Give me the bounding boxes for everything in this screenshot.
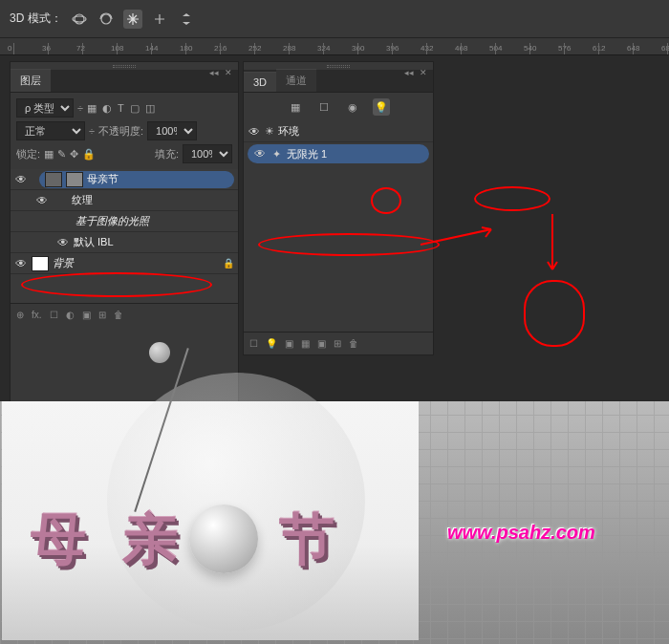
- icon[interactable]: ☐: [249, 338, 258, 349]
- layer-item-muqinjie[interactable]: 👁 母亲节: [11, 169, 238, 190]
- 3d-item-infinite-light[interactable]: 👁 ✦ 无限光 1: [248, 144, 429, 163]
- mask-icon[interactable]: ☐: [50, 310, 58, 320]
- filter-mesh-icon[interactable]: ☐: [315, 98, 333, 116]
- fill-label: 填充:: [155, 147, 179, 161]
- filter-smart-icon[interactable]: ◫: [145, 102, 155, 115]
- visibility-icon[interactable]: 👁: [14, 257, 28, 270]
- document-view: 母 亲 节: [2, 401, 419, 640]
- layer-item-ibl-header[interactable]: 基于图像的光照: [11, 211, 238, 232]
- layer-name: 基于图像的光照: [76, 214, 149, 228]
- new-icon[interactable]: ⊞: [98, 310, 106, 320]
- environment-icon: ☀: [265, 125, 274, 138]
- filter-type-select[interactable]: ρ 类型: [16, 98, 74, 118]
- 3d-item-name: 无限光 1: [287, 147, 327, 161]
- light-gizmo-head[interactable]: [149, 342, 170, 363]
- filter-material-icon[interactable]: ◉: [344, 98, 361, 116]
- filter-pixel-icon[interactable]: ▦: [87, 102, 97, 115]
- layer-list: 👁 母亲节 👁 纹理 基于图像的光照 👁 默认 IBL: [11, 169, 238, 303]
- group-icon[interactable]: ▣: [82, 310, 91, 320]
- lock-paint-icon[interactable]: ✎: [57, 148, 66, 161]
- bounding-sphere: [107, 373, 365, 631]
- lock-transparency-icon[interactable]: ▦: [44, 148, 54, 161]
- layer-name: 默认 IBL: [74, 235, 114, 249]
- light-icon: ✦: [272, 148, 281, 161]
- filter-adjust-icon[interactable]: ◐: [102, 102, 112, 115]
- 3d-list: 👁 ☀ 环境 👁 ✦ 无限光 1: [244, 121, 433, 163]
- lock-all-icon[interactable]: 🔒: [82, 148, 96, 161]
- layer-item-default-ibl[interactable]: 👁 默认 IBL: [11, 232, 238, 253]
- 3d-text-2: 亲: [122, 503, 178, 577]
- layer-thumb: [32, 256, 49, 271]
- roll-icon[interactable]: [97, 10, 116, 29]
- layer-item-texture[interactable]: 👁 纹理: [11, 190, 238, 211]
- visibility-icon[interactable]: 👁: [35, 194, 49, 207]
- icon[interactable]: ▣: [317, 338, 326, 349]
- layer-name: 母亲节: [87, 172, 119, 186]
- orbit-icon[interactable]: [70, 10, 89, 29]
- filter-type-icon[interactable]: T: [118, 102, 124, 115]
- visibility-icon[interactable]: 👁: [248, 125, 261, 139]
- slide-icon[interactable]: [150, 10, 169, 29]
- 3d-footer: ☐ 💡 ▣ ▦ ▣ ⊞ 🗑: [244, 332, 433, 354]
- visibility-icon[interactable]: 👁: [14, 173, 28, 186]
- layer-item-background[interactable]: 👁 背景 🔒: [11, 253, 238, 274]
- tab-channels[interactable]: 通道: [276, 69, 316, 92]
- layer-name: 纹理: [72, 193, 93, 207]
- pan-icon[interactable]: [123, 10, 142, 29]
- icon[interactable]: ▦: [301, 338, 310, 349]
- lock-move-icon[interactable]: ✥: [70, 148, 78, 161]
- layer-name: 背景: [53, 256, 74, 270]
- 3d-item-name: 环境: [278, 124, 299, 139]
- visibility-icon[interactable]: 👁: [56, 236, 70, 249]
- filter-light-icon[interactable]: 💡: [373, 98, 390, 116]
- trash-icon[interactable]: 🗑: [349, 338, 358, 349]
- filter-shape-icon[interactable]: ▢: [130, 102, 140, 115]
- 3d-item-environment[interactable]: 👁 ☀ 环境: [244, 121, 433, 142]
- opacity-input[interactable]: 100%: [147, 121, 197, 140]
- watermark: www.psahz.com: [447, 522, 595, 544]
- options-bar: 3D 模式：: [0, 0, 669, 38]
- layer-thumb-3d: [66, 172, 83, 187]
- layer-thumb: [45, 172, 62, 187]
- new-icon[interactable]: ⊞: [334, 338, 341, 349]
- filter-scene-icon[interactable]: ▦: [287, 98, 304, 116]
- mode-label: 3D 模式：: [10, 11, 62, 27]
- close-icon[interactable]: ✕: [420, 68, 427, 77]
- blend-mode-select[interactable]: 正常: [16, 121, 85, 140]
- lock-icon: 🔒: [223, 258, 234, 268]
- svg-point-2: [101, 14, 111, 24]
- layers-footer: ⊕ fx. ☐ ◐ ▣ ⊞ 🗑: [11, 303, 238, 326]
- trash-icon[interactable]: 🗑: [114, 310, 123, 320]
- light-gizmo-sphere[interactable]: [189, 504, 258, 573]
- 3d-panel: 3D 通道 ◂◂ ✕ ▦ ☐ ◉ 💡 👁 ☀ 环境 👁 ✦ 无限光 1 ☐: [243, 61, 434, 355]
- icon[interactable]: ▣: [285, 338, 293, 349]
- close-icon[interactable]: ✕: [225, 68, 232, 77]
- visibility-icon[interactable]: 👁: [253, 147, 267, 161]
- tab-3d[interactable]: 3D: [244, 72, 276, 92]
- scale-icon[interactable]: [177, 10, 196, 29]
- collapse-icon[interactable]: ◂◂: [404, 68, 414, 77]
- tab-layers[interactable]: 图层: [11, 69, 51, 92]
- fx-icon[interactable]: fx.: [32, 310, 42, 320]
- collapse-icon[interactable]: ◂◂: [209, 68, 219, 77]
- 3d-text-3: 节: [279, 503, 334, 577]
- ruler: 0367210814418021625228832436039643246850…: [0, 38, 669, 55]
- link-icon[interactable]: ⊕: [16, 310, 24, 320]
- fill-input[interactable]: 100%: [183, 144, 232, 163]
- lock-label: 锁定:: [16, 147, 40, 161]
- 3d-text-1: 母: [31, 503, 86, 577]
- opacity-label: 不透明度:: [98, 124, 143, 139]
- adjust-icon[interactable]: ◐: [66, 310, 75, 320]
- light-icon[interactable]: 💡: [266, 338, 277, 349]
